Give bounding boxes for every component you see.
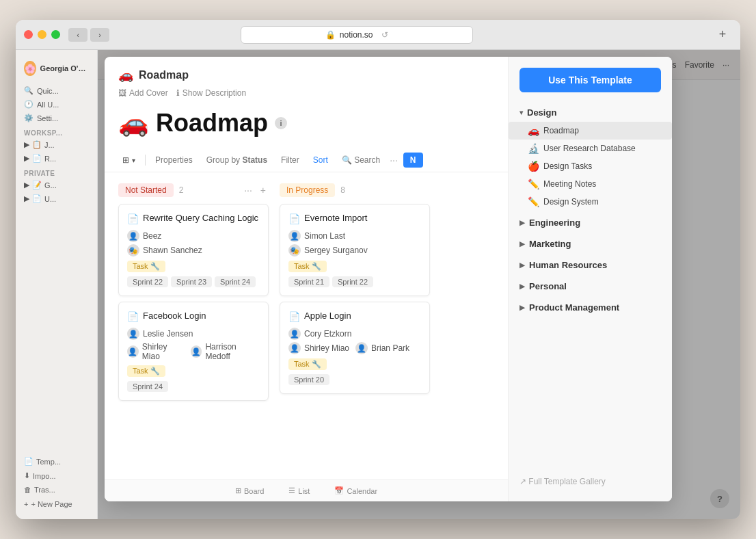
modal-actions-bar: 🖼 Add Cover ℹ Show Description — [105, 83, 508, 103]
section-label: Marketing — [529, 239, 571, 249]
card-evernote-import[interactable]: 📄 Evernote Import 👤 Simon Last 🎭 — [280, 204, 430, 296]
template-item-design-system[interactable]: ✏️ Design System — [509, 193, 672, 211]
sprint-tag: Sprint 22 — [127, 276, 168, 287]
marketing-section-header[interactable]: ▶ Marketing — [509, 235, 672, 253]
card-sprints: Sprint 20 — [288, 374, 421, 385]
person-name: Beez — [143, 231, 161, 241]
sidebar-item-u[interactable]: ▶ 📄 U... — [21, 192, 92, 205]
template-section-hr: ▶ Human Resources — [509, 256, 672, 274]
card-sprints: Sprint 22 Sprint 23 Sprint 24 — [127, 276, 260, 287]
sidebar-item-j[interactable]: ▶ 📋 J... — [21, 138, 92, 151]
titlebar-right: + — [713, 25, 732, 44]
sidebar-item-settings[interactable]: ⚙️ Setti... — [21, 111, 92, 124]
clock-icon: 🕐 — [24, 100, 33, 109]
expand-icon: ▶ — [519, 240, 525, 248]
avatar-brian: 👤 — [355, 342, 368, 354]
card-person-shirley-brian: 👤 Shirley Miao 👤 Brian Park — [288, 342, 421, 354]
column-header-in-progress: In Progress 8 — [280, 183, 430, 197]
tab-calendar[interactable]: 📅 Calendar — [329, 484, 383, 497]
doc-icon: 📄 — [127, 311, 139, 322]
chevron-right-icon: ▶ — [24, 140, 29, 149]
forward-button[interactable]: › — [90, 28, 109, 42]
chevron-right-icon: ▶ — [24, 154, 29, 163]
properties-button[interactable]: Properties — [151, 153, 197, 167]
column-add-button[interactable]: + — [258, 183, 269, 197]
gear-icon: ⚙️ — [24, 114, 33, 122]
card-tags: Task 🔧 — [288, 358, 421, 370]
sprint-tag: Sprint 21 — [288, 276, 329, 287]
back-button[interactable]: ‹ — [68, 28, 87, 42]
new-entry-button[interactable]: N — [403, 153, 423, 168]
use-template-button[interactable]: Use This Template — [519, 68, 661, 92]
sidebar-item-quick-find[interactable]: 🔍 Quic... — [21, 84, 92, 97]
app-body: 🌸 Georgia O'Keeffe 🔍 Quic... 🕐 All U... … — [16, 50, 740, 519]
filter-button[interactable]: Filter — [277, 153, 303, 167]
sort-button[interactable]: Sort — [309, 153, 332, 167]
chevron-down-icon: ▾ — [132, 157, 135, 164]
add-cover-label: Add Cover — [129, 88, 168, 98]
avatar-sergey: 🎭 — [288, 244, 301, 257]
section-label: Personal — [529, 281, 567, 291]
address-bar[interactable]: 🔒 notion.so ↺ — [241, 26, 473, 44]
search-icon: 🔍 — [342, 155, 354, 165]
hr-section-header[interactable]: ▶ Human Resources — [509, 256, 672, 274]
new-page-button[interactable]: + + New Page — [21, 497, 92, 511]
column-count-not-started: 2 — [179, 185, 184, 195]
card-apple-login[interactable]: 📄 Apple Login 👤 Cory Etzkorn 👤 — [280, 302, 430, 394]
show-description-button[interactable]: ℹ Show Description — [176, 88, 246, 98]
tag-task: Task 🔧 — [288, 358, 327, 370]
person-name: Harrison Medoff — [205, 342, 260, 361]
product-section-header[interactable]: ▶ Product Management — [509, 298, 672, 317]
sidebar-item-g[interactable]: ▶ 📝 G... — [21, 179, 92, 192]
titlebar: ‹ › 🔒 notion.so ↺ + — [16, 20, 740, 50]
template-item-roadmap[interactable]: 🚗 Roadmap — [509, 122, 672, 140]
sidebar-item-import[interactable]: ⬇ Impo... — [21, 469, 92, 482]
design-section-header[interactable]: ▾ Design — [509, 103, 672, 122]
avatar-shirley: 👤 — [127, 345, 139, 358]
template-icon: 📄 — [24, 457, 33, 466]
sidebar-item-templates[interactable]: 📄 Temp... — [21, 455, 92, 468]
tab-board[interactable]: ⊞ Board — [230, 484, 269, 497]
page-icon: 📄 — [32, 154, 42, 163]
close-button[interactable] — [24, 30, 33, 39]
toolbar-more-button[interactable]: ··· — [390, 155, 398, 166]
avatar: 🌸 — [24, 61, 36, 76]
plus-icon: + — [24, 500, 28, 508]
new-page-label: + New Page — [31, 500, 72, 508]
card-rewrite-query[interactable]: 📄 Rewrite Query Caching Logic 👤 Beez 🎭 — [118, 204, 269, 296]
template-item-meeting-notes[interactable]: ✏️ Meeting Notes — [509, 175, 672, 193]
board-view-icon: ⊞ — [122, 155, 129, 165]
template-item-design-tasks[interactable]: 🍎 Design Tasks — [509, 157, 672, 175]
refresh-icon[interactable]: ↺ — [381, 30, 388, 40]
sidebar-item-trash[interactable]: 🗑 Tras... — [21, 484, 92, 496]
tab-list[interactable]: ☰ List — [283, 484, 315, 497]
card-title: 📄 Facebook Login — [127, 311, 260, 322]
tag-task: Task 🔧 — [127, 365, 165, 377]
template-section-design: ▾ Design 🚗 Roadmap 🔬 User Research Datab… — [509, 103, 672, 211]
column-more-button[interactable]: ··· — [241, 183, 255, 197]
full-gallery-link[interactable]: ↗ Full Template Gallery — [509, 473, 672, 490]
maximize-button[interactable] — [51, 30, 60, 39]
card-person-sergey: 🎭 Sergey Surganov — [288, 244, 421, 257]
engineering-section-header[interactable]: ▶ Engineering — [509, 213, 672, 232]
person-name: Sergey Surganov — [304, 246, 368, 255]
sidebar-item-all-updates[interactable]: 🕐 All U... — [21, 98, 92, 111]
new-tab-button[interactable]: + — [713, 25, 732, 44]
info-icon[interactable]: i — [275, 117, 287, 129]
avatar-leslie: 👤 — [127, 328, 139, 340]
group-by-button[interactable]: Group by Status — [202, 153, 271, 167]
sidebar-item-r[interactable]: ▶ 📄 R... — [21, 152, 92, 165]
minimize-button[interactable] — [38, 30, 46, 39]
import-icon: ⬇ — [24, 471, 30, 480]
view-selector[interactable]: ⊞ ▾ — [118, 153, 139, 167]
add-cover-button[interactable]: 🖼 Add Cover — [118, 88, 168, 98]
template-item-user-research[interactable]: 🔬 User Research Database — [509, 140, 672, 157]
card-facebook-login[interactable]: 📄 Facebook Login 👤 Leslie Jensen 👤 — [118, 302, 269, 401]
search-button[interactable]: 🔍 Search — [338, 153, 384, 167]
item-emoji: ✏️ — [528, 179, 539, 189]
column-count-in-progress: 8 — [340, 185, 345, 195]
sidebar-user[interactable]: 🌸 Georgia O'Keeffe — [21, 58, 92, 79]
sidebar-ws-label: J... — [44, 141, 55, 149]
tab-label: Calendar — [347, 487, 377, 495]
personal-section-header[interactable]: ▶ Personal — [509, 277, 672, 295]
